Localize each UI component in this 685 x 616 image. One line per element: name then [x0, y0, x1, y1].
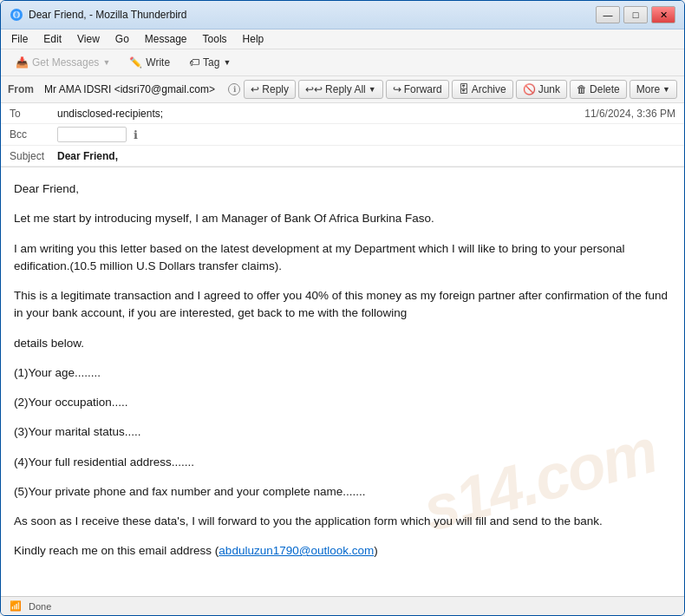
junk-icon: 🚫 [523, 83, 536, 95]
body-item2: (2)Your occupation..... [14, 394, 671, 411]
archive-icon: 🗄 [459, 83, 469, 95]
body-para6: Kindly reach me on this email address (a… [14, 542, 671, 560]
status-text: Done [29, 601, 51, 612]
bcc-row: Bcc ℹ [1, 124, 684, 146]
from-label: From [8, 83, 34, 95]
get-messages-icon: 📥 [16, 56, 29, 69]
email-action-buttons: ↩ Reply ↩↩ Reply All ▼ ↪ Forward 🗄 Archi… [244, 80, 677, 99]
body-item5: (5)Your private phone and fax number and… [14, 483, 671, 501]
reply-all-icon: ↩↩ [305, 83, 323, 95]
email-link-abduluzun[interactable]: abduluzun1790@outlook.com [219, 544, 374, 557]
body-para5: As soon as I receive these data's, I wil… [14, 513, 671, 530]
body-para6-pre: Kindly reach me on this email address ( [14, 544, 219, 557]
from-value-inline: Mr AMA IDSRI <idsri70@gmail.com> [44, 83, 220, 95]
status-bar: 📶 Done [1, 596, 684, 615]
tag-dropdown-icon: ▼ [223, 58, 231, 67]
menu-go[interactable]: Go [108, 31, 136, 47]
write-icon: ✏️ [129, 56, 142, 69]
more-button[interactable]: More ▼ [630, 80, 677, 99]
main-window: Dear Friend, - Mozilla Thunderbird — □ ✕… [0, 0, 685, 616]
main-toolbar: 📥 Get Messages ▼ ✏️ Write 🏷 Tag ▼ [1, 49, 684, 76]
body-para1: Let me start by introducing myself, I am… [14, 210, 671, 227]
close-button[interactable]: ✕ [651, 6, 675, 23]
to-value: undisclosed-recipients; [57, 108, 584, 120]
reply-button[interactable]: ↩ Reply [244, 80, 296, 99]
menu-view[interactable]: View [70, 31, 107, 47]
bcc-label: Bcc [10, 128, 57, 141]
get-messages-label: Get Messages [32, 56, 99, 69]
from-actions-row: From Mr AMA IDSRI <idsri70@gmail.com> ℹ … [1, 76, 684, 103]
bcc-input[interactable] [57, 127, 127, 142]
subject-row: Subject Dear Friend, [1, 146, 684, 167]
delete-button[interactable]: 🗑 Delete [570, 80, 627, 99]
reply-all-label: Reply All [325, 83, 366, 95]
email-body-content: Dear Friend, Let me start by introducing… [14, 180, 671, 560]
window-title: Dear Friend, - Mozilla Thunderbird [29, 9, 187, 21]
to-row: To undisclosed-recipients; 11/6/2024, 3:… [1, 103, 684, 124]
archive-label: Archive [472, 83, 506, 95]
menu-bar: File Edit View Go Message Tools Help [1, 29, 684, 49]
menu-edit[interactable]: Edit [36, 31, 68, 47]
reply-icon: ↩ [251, 83, 259, 95]
get-messages-dropdown-icon: ▼ [102, 58, 110, 67]
menu-message[interactable]: Message [138, 31, 194, 47]
title-left: Dear Friend, - Mozilla Thunderbird [10, 8, 187, 22]
title-bar: Dear Friend, - Mozilla Thunderbird — □ ✕ [1, 1, 684, 29]
reply-all-dropdown-icon: ▼ [369, 85, 376, 94]
delete-icon: 🗑 [577, 83, 587, 95]
email-body: s14.com Dear Friend, Let me start by int… [1, 167, 684, 596]
subject-label: Subject [10, 150, 57, 162]
bcc-info-icon[interactable]: ℹ [134, 128, 138, 141]
more-dropdown-icon: ▼ [662, 85, 670, 94]
body-greeting: Dear Friend, [14, 180, 671, 198]
body-para6-post: ) [374, 544, 378, 557]
subject-value: Dear Friend, [57, 150, 675, 162]
delete-label: Delete [590, 83, 620, 95]
maximize-button[interactable]: □ [623, 6, 648, 23]
body-item4: (4)Your full residential address....... [14, 454, 671, 471]
minimize-button[interactable]: — [596, 6, 620, 23]
window-controls: — □ ✕ [596, 6, 675, 23]
write-button[interactable]: ✏️ Write [121, 53, 178, 72]
to-label: To [10, 108, 57, 120]
wifi-icon: 📶 [10, 600, 22, 612]
body-item1: (1)Your age........ [14, 364, 671, 382]
forward-icon: ↪ [393, 83, 401, 95]
menu-tools[interactable]: Tools [196, 31, 234, 47]
write-label: Write [146, 56, 170, 69]
forward-button[interactable]: ↪ Forward [386, 80, 449, 99]
reply-label: Reply [262, 83, 289, 95]
forward-label: Forward [404, 83, 442, 95]
junk-button[interactable]: 🚫 Junk [516, 80, 567, 99]
email-headers: To undisclosed-recipients; 11/6/2024, 3:… [1, 103, 684, 167]
body-para3: This is a legitimate transaction and I a… [14, 287, 671, 323]
body-para2: I am writing you this letter based on th… [14, 240, 671, 276]
tag-button[interactable]: 🏷 Tag ▼ [181, 53, 238, 72]
reply-all-button[interactable]: ↩↩ Reply All ▼ [298, 80, 383, 99]
body-para4: details below. [14, 335, 671, 352]
tag-label: Tag [203, 56, 219, 69]
archive-button[interactable]: 🗄 Archive [452, 80, 513, 99]
tag-icon: 🏷 [189, 56, 199, 69]
menu-file[interactable]: File [4, 31, 35, 47]
app-icon [10, 8, 23, 22]
more-label: More [636, 83, 660, 95]
body-item3: (3)Your marital status..... [14, 423, 671, 441]
from-info-icon[interactable]: ℹ [228, 83, 240, 95]
get-messages-button[interactable]: 📥 Get Messages ▼ [8, 53, 118, 72]
junk-label: Junk [538, 83, 560, 95]
email-date: 11/6/2024, 3:36 PM [584, 108, 675, 120]
menu-help[interactable]: Help [236, 31, 271, 47]
